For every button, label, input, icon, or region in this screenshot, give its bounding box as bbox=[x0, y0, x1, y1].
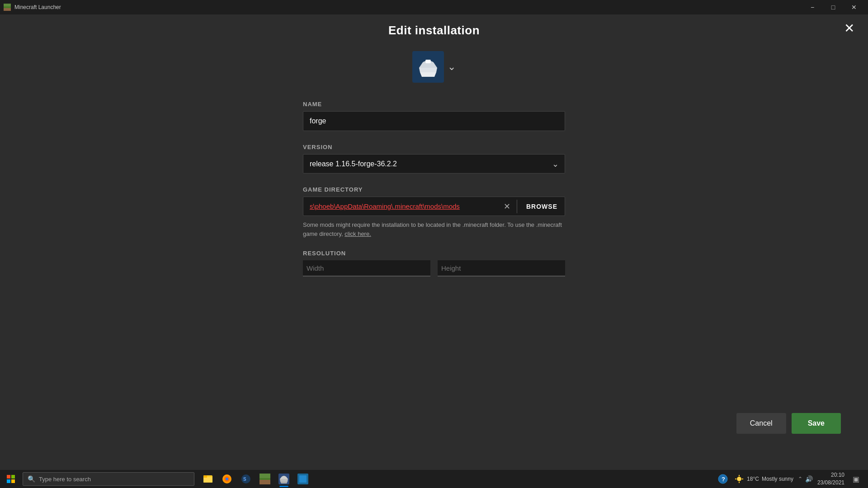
resolution-label: RESOLUTION bbox=[303, 250, 565, 257]
window-close-button[interactable]: ✕ bbox=[844, 0, 864, 14]
minecraft-launcher-icon bbox=[278, 474, 289, 484]
svg-rect-21 bbox=[299, 475, 307, 483]
taskbar-app-other[interactable] bbox=[294, 470, 312, 488]
svg-rect-9 bbox=[203, 477, 212, 483]
taskbar-search-placeholder: Type here to search bbox=[39, 476, 91, 483]
firefox-icon bbox=[222, 474, 232, 484]
dir-browse-button[interactable]: BROWSE bbox=[519, 197, 565, 216]
weather-desc: Mostly sunny bbox=[762, 476, 793, 482]
taskbar-search-bar[interactable]: 🔍 Type here to search bbox=[23, 472, 194, 486]
dir-clear-button[interactable]: ✕ bbox=[499, 202, 515, 211]
game-dir-wrapper: ✕ BROWSE bbox=[303, 197, 565, 216]
svg-rect-18 bbox=[259, 478, 270, 480]
svg-rect-10 bbox=[203, 475, 207, 478]
other-app-icon bbox=[297, 474, 308, 484]
name-input[interactable] bbox=[303, 111, 565, 131]
taskbar-system-icons: ⌃ 🔊 bbox=[798, 475, 813, 483]
taskbar-help-icon[interactable]: ? bbox=[716, 472, 730, 486]
icon-dropdown-chevron[interactable]: ⌄ bbox=[448, 61, 456, 73]
version-select[interactable]: release 1.16.5-forge-36.2.2 bbox=[303, 154, 565, 174]
game-dir-input[interactable] bbox=[303, 197, 499, 216]
minimize-button[interactable]: − bbox=[802, 0, 823, 14]
windows-logo-icon bbox=[7, 475, 15, 483]
title-bar-left: Minecraft Launcher bbox=[4, 4, 61, 11]
svg-text:S: S bbox=[243, 477, 246, 482]
dir-divider bbox=[517, 200, 517, 213]
taskbar-app-explorer[interactable] bbox=[199, 470, 217, 488]
taskbar-search-icon: 🔍 bbox=[28, 475, 35, 483]
maximize-button[interactable]: □ bbox=[823, 0, 844, 14]
weather-sun-icon bbox=[734, 474, 744, 484]
taskbar-app-minecraft-launcher[interactable] bbox=[275, 470, 293, 488]
svg-rect-2 bbox=[4, 6, 11, 8]
minecraft-icon bbox=[259, 474, 270, 484]
dialog-footer: Cancel Save bbox=[736, 413, 841, 434]
version-label: VERSION bbox=[303, 144, 565, 150]
taskbar-clock: 20:10 23/08/2021 bbox=[817, 471, 844, 487]
window-controls: − □ ✕ bbox=[802, 0, 864, 14]
name-label: NAME bbox=[303, 101, 565, 108]
forge-icon-container[interactable] bbox=[412, 51, 444, 83]
svg-rect-5 bbox=[11, 475, 15, 479]
resolution-inputs bbox=[303, 260, 565, 277]
dialog-overlay: Edit installation ✕ ⌄ NAME VERSION relea… bbox=[0, 14, 868, 470]
chevron-up-icon[interactable]: ⌃ bbox=[798, 476, 802, 482]
forge-anvil-icon bbox=[416, 55, 440, 79]
save-button[interactable]: Save bbox=[792, 413, 841, 434]
svg-rect-7 bbox=[11, 479, 15, 483]
file-explorer-icon bbox=[203, 474, 213, 484]
svg-point-13 bbox=[226, 478, 228, 480]
app-title: Minecraft Launcher bbox=[14, 4, 61, 10]
svg-point-25 bbox=[737, 477, 741, 481]
taskbar-weather: 18°C Mostly sunny bbox=[734, 474, 793, 484]
notification-button[interactable]: ▣ bbox=[849, 472, 863, 486]
svg-text:?: ? bbox=[722, 476, 725, 483]
dialog-header: Edit installation ✕ bbox=[0, 14, 868, 42]
svg-rect-3 bbox=[425, 60, 431, 63]
volume-icon[interactable]: 🔊 bbox=[805, 475, 813, 483]
start-button[interactable] bbox=[2, 470, 20, 488]
taskbar-apps: S bbox=[199, 470, 312, 488]
weather-temp: 18°C bbox=[747, 476, 759, 482]
app-icon bbox=[4, 4, 11, 11]
clock-date: 23/08/2021 bbox=[817, 479, 844, 487]
dialog-close-button[interactable]: ✕ bbox=[844, 22, 854, 35]
dir-hint-link[interactable]: click here. bbox=[344, 230, 371, 237]
steam-icon: S bbox=[241, 474, 251, 484]
taskbar: 🔍 Type here to search S bbox=[0, 470, 868, 488]
resolution-height-input[interactable] bbox=[438, 260, 565, 277]
version-select-wrapper: release 1.16.5-forge-36.2.2 ⌄ bbox=[303, 154, 565, 174]
cancel-button[interactable]: Cancel bbox=[736, 413, 786, 434]
taskbar-app-steam[interactable]: S bbox=[237, 470, 255, 488]
dir-hint-text: Some mods might require the installation… bbox=[303, 221, 565, 238]
icon-area: ⌄ bbox=[412, 51, 456, 83]
form-area: NAME VERSION release 1.16.5-forge-36.2.2… bbox=[303, 96, 565, 277]
taskbar-app-minecraft[interactable] bbox=[256, 470, 274, 488]
dialog-title: Edit installation bbox=[388, 23, 480, 38]
taskbar-app-firefox[interactable] bbox=[218, 470, 236, 488]
game-dir-label: GAME DIRECTORY bbox=[303, 186, 565, 193]
taskbar-right: ? 18°C Mostly sunny ⌃ 🔊 20:10 23/ bbox=[716, 471, 866, 487]
clock-time: 20:10 bbox=[817, 471, 844, 479]
title-bar: Minecraft Launcher − □ ✕ bbox=[0, 0, 868, 14]
svg-rect-6 bbox=[7, 479, 10, 483]
resolution-width-input[interactable] bbox=[303, 260, 430, 277]
svg-rect-4 bbox=[7, 475, 10, 479]
help-circle-icon: ? bbox=[718, 474, 728, 484]
